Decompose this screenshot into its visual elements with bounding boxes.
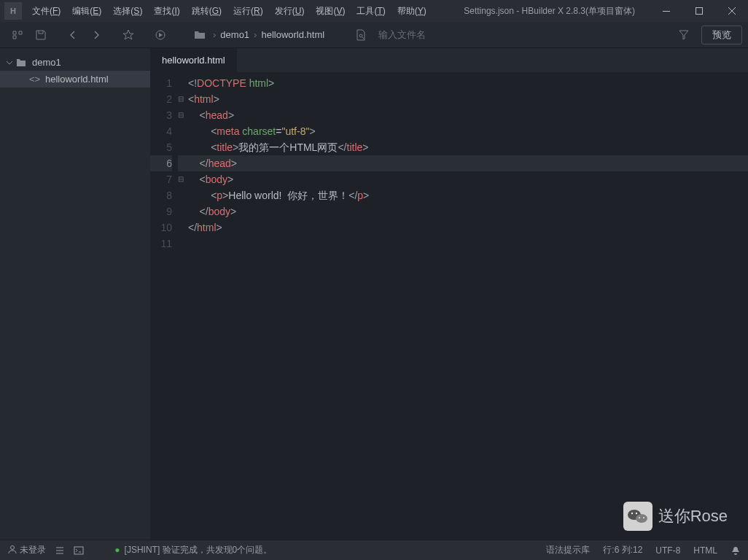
search-input[interactable] [378,29,524,40]
syntax-hint-button[interactable]: 语法提示库 [546,544,590,556]
statusbar: 未登录 ●[JSHINT] 验证完成，共发现0个问题。 语法提示库 行:6 列:… [0,540,748,560]
code-editor[interactable]: 1234567891011 ⊟⊟⊟ <!DOCTYPE html><html> … [150,72,748,540]
menu-item[interactable]: 跳转(G) [186,0,227,22]
preview-button[interactable]: 预览 [701,26,742,44]
svg-rect-5 [74,547,83,554]
maximize-button[interactable] [682,0,715,22]
run-icon[interactable] [149,23,172,47]
menu-item[interactable]: 发行(U) [269,0,311,22]
list-icon[interactable] [55,545,65,556]
main-menu: 文件(F)编辑(E)选择(S)查找(I)跳转(G)运行(R)发行(U)视图(V)… [26,0,449,22]
tree-label: helloworld.html [45,74,109,85]
window-controls [650,0,748,22]
chevron-down-icon [6,59,16,66]
lint-status[interactable]: ●[JSHINT] 验证完成，共发现0个问题。 [114,544,272,556]
menu-item[interactable]: 选择(S) [107,0,148,22]
main-area: demo1 <> helloworld.html helloworld.html… [0,48,748,540]
menu-item[interactable]: 编辑(E) [66,0,107,22]
menu-item[interactable]: 文件(F) [26,0,66,22]
menu-item[interactable]: 查找(I) [148,0,185,22]
editor-area: helloworld.html 1234567891011 ⊟⊟⊟ <!DOCT… [150,48,748,540]
menu-item[interactable]: 运行(R) [227,0,269,22]
window-title: Settings.json - HBuilder X 2.8.3(单项目窗体) [449,5,650,18]
back-icon[interactable] [61,23,85,47]
folder-icon [188,23,211,47]
svg-rect-0 [663,11,670,12]
chevron-right-icon: › [252,29,258,40]
search-doc-icon[interactable] [349,23,373,47]
svg-point-11 [643,517,644,518]
svg-point-8 [631,513,632,514]
tree-folder[interactable]: demo1 [0,54,150,71]
fold-column: ⊟⊟⊟ [178,72,188,540]
sidebar: demo1 <> helloworld.html [0,48,150,540]
cursor-position[interactable]: 行:6 列:12 [603,544,642,556]
folder-icon [16,58,28,67]
chevron-right-icon: › [211,29,217,40]
encoding-select[interactable]: UTF-8 [655,545,680,556]
app-logo: H [4,2,22,20]
tabs: helloworld.html [150,48,748,72]
tab-file[interactable]: helloworld.html [150,48,238,72]
close-button[interactable] [715,0,748,22]
menu-item[interactable]: 视图(V) [310,0,351,22]
breadcrumb: › demo1 › helloworld.html [188,23,327,47]
breadcrumb-item[interactable]: helloworld.html [258,29,327,40]
breadcrumb-item[interactable]: demo1 [217,29,252,40]
forward-icon[interactable] [85,23,108,47]
svg-rect-1 [696,8,702,15]
menu-item[interactable]: 帮助(Y) [391,0,432,22]
svg-point-10 [639,517,640,518]
svg-point-3 [359,34,362,37]
svg-point-7 [636,514,647,523]
titlebar: H 文件(F)编辑(E)选择(S)查找(I)跳转(G)运行(R)发行(U)视图(… [0,0,748,22]
bell-icon[interactable] [731,545,741,556]
line-gutter: 1234567891011 [150,72,178,540]
filter-icon[interactable] [672,23,696,47]
code-file-icon: <> [29,74,41,85]
minimize-button[interactable] [650,0,682,22]
code-content[interactable]: <!DOCTYPE html><html> <head> <meta chars… [188,72,748,540]
star-icon[interactable] [117,23,140,47]
file-search [349,23,672,47]
wechat-icon [623,502,652,531]
save-icon[interactable] [29,23,52,47]
svg-point-4 [11,546,15,550]
watermark: 送你Rose [623,502,728,531]
svg-point-9 [635,513,636,514]
menu-item[interactable]: 工具(T) [351,0,391,22]
language-select[interactable]: HTML [693,545,717,556]
toolbar: › demo1 › helloworld.html 预览 [0,22,748,48]
tree-label: demo1 [32,57,61,68]
tree-file[interactable]: <> helloworld.html [0,71,150,88]
terminal-icon[interactable] [74,545,84,556]
watermark-text: 送你Rose [658,505,728,527]
view-list-icon[interactable] [6,23,29,47]
user-icon[interactable]: 未登录 [7,544,46,556]
